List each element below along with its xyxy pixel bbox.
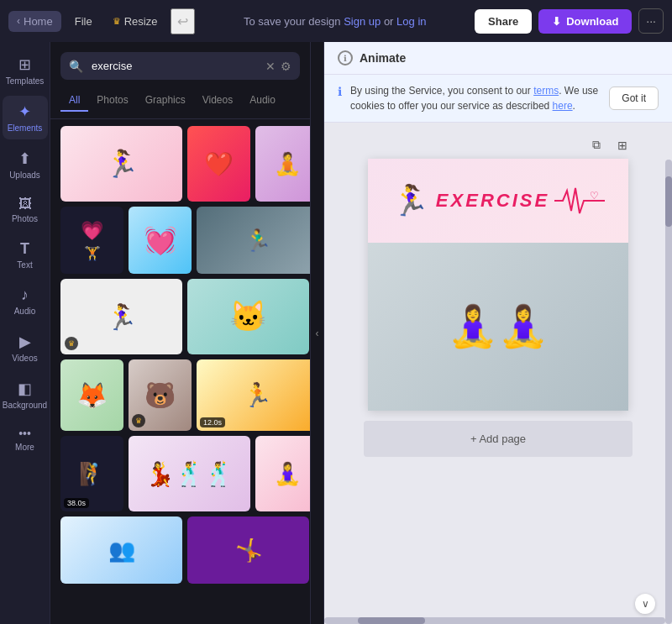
list-item[interactable]: 🏃‍♀️: [60, 126, 182, 202]
list-item[interactable]: 💃🕺🕺: [129, 436, 250, 511]
tab-graphics[interactable]: Graphics: [137, 90, 194, 112]
panel-collapse-button[interactable]: ‹: [311, 42, 324, 624]
more-options-button[interactable]: ···: [638, 8, 664, 34]
list-item[interactable]: 💗 🏋️: [60, 207, 123, 274]
grid-row: 🏃‍♀️ ♛ 🐱: [60, 279, 300, 354]
svg-text:♡: ♡: [590, 190, 599, 202]
duration-badge: 12.0s: [200, 417, 225, 427]
sidebar-item-videos[interactable]: ▶ Videos: [3, 326, 48, 370]
canvas-toolbar: ⧉ ⊞: [364, 131, 633, 159]
tab-audio[interactable]: Audio: [241, 90, 284, 112]
list-item[interactable]: ❤️: [187, 126, 250, 202]
dance-figure-icon: 💃🕺🕺: [145, 460, 234, 488]
filter-icon[interactable]: ⚙: [281, 60, 291, 73]
sidebar-item-templates[interactable]: ⊞ Templates: [3, 49, 48, 92]
dumbbell-group: 💗 🏋️: [81, 220, 103, 261]
grid-row: 👥 🤸: [60, 517, 300, 584]
grid-row: 🧗 38.0s 💃🕺🕺 🧘‍♀️: [60, 436, 300, 511]
list-item[interactable]: 🏃‍♀️ ♛: [60, 279, 182, 354]
stretch-figure-icon: 🧘: [255, 126, 310, 202]
premium-badge: ♛: [65, 337, 78, 350]
duration-badge: 38.0s: [64, 498, 89, 508]
outdoor-photo: 🏃‍♂️: [197, 207, 310, 274]
more-icon: •••: [18, 427, 31, 440]
exercise-figure-icon: 🏃‍♀️: [60, 126, 182, 202]
undo-button[interactable]: ↩: [171, 8, 195, 34]
sidebar-item-photos[interactable]: 🖼 Photos: [3, 190, 48, 230]
scroll-down-button[interactable]: ∨: [635, 594, 655, 614]
filter-tabs: All Photos Graphics Videos Audio: [50, 90, 310, 119]
main-layout: ⊞ Templates ✦ Elements ⬆ Uploads 🖼 Photo…: [0, 42, 672, 624]
canvas-area: ℹ Animate ℹ By using the Service, you co…: [324, 42, 672, 624]
list-item[interactable]: 💓: [129, 207, 192, 274]
exercise-title-group: EXERCISE ♡: [436, 184, 605, 218]
canvas-scroll-area[interactable]: ⧉ ⊞ 🏃‍♀️ EXERCISE ♡: [324, 123, 672, 624]
horizontal-scrollbar[interactable]: [324, 617, 665, 624]
design-canvas[interactable]: 🏃‍♀️ EXERCISE ♡ 🧘‍♀️🧘‍: [368, 159, 628, 411]
login-link[interactable]: Log in: [396, 15, 426, 28]
got-it-button[interactable]: Got it: [609, 87, 659, 110]
sidebar-item-audio[interactable]: ♪ Audio: [3, 280, 48, 322]
list-item[interactable]: 🧘: [255, 126, 310, 202]
runner-figure-icon: 🏃‍♀️: [106, 302, 137, 332]
elements-panel: 🔍 ✕ ⚙ All Photos Graphics Videos Audio 🏃…: [50, 42, 311, 624]
copy-button[interactable]: ⧉: [587, 134, 606, 155]
resize-button[interactable]: ♛ Resize: [106, 11, 165, 32]
animate-icon: ℹ: [338, 50, 353, 66]
vertical-scrollbar[interactable]: [665, 160, 672, 624]
media-grid: 🏃‍♀️ ❤️ 🧘 💗 🏋️ 💓: [50, 119, 310, 624]
scrollbar-thumb[interactable]: [665, 176, 672, 227]
search-input[interactable]: [88, 52, 260, 80]
exercise-title[interactable]: EXERCISE: [436, 190, 549, 212]
tab-photos[interactable]: Photos: [88, 90, 136, 112]
terms-link[interactable]: terms: [533, 85, 559, 97]
download-button[interactable]: ⬇ Download: [538, 9, 632, 34]
list-item[interactable]: 🐱: [187, 279, 309, 354]
sidebar-item-uploads[interactable]: ⬆ Uploads: [3, 143, 48, 186]
file-button[interactable]: File: [68, 11, 99, 32]
sidebar-item-background[interactable]: ◧ Background: [3, 373, 48, 417]
sidebar-item-text[interactable]: T Text: [3, 233, 48, 276]
photos-icon: 🖼: [18, 197, 32, 212]
animate-label: Animate: [360, 51, 406, 65]
cat-figure-icon: 🐱: [229, 299, 267, 334]
list-item[interactable]: 🤸: [187, 517, 309, 584]
exercise-character-left: 🏃‍♀️: [391, 183, 429, 218]
templates-icon: ⊞: [18, 55, 31, 74]
heart-rate-svg: ♡: [554, 184, 605, 218]
share-button[interactable]: Share: [475, 9, 532, 34]
tab-all[interactable]: All: [60, 90, 88, 112]
signup-link[interactable]: Sign up: [344, 15, 381, 28]
list-item[interactable]: 🦊: [60, 359, 123, 431]
list-item[interactable]: 🧗 38.0s: [60, 436, 123, 511]
list-item[interactable]: 👥: [60, 517, 182, 584]
add-page-button[interactable]: + Add page: [364, 421, 633, 457]
scrollbar-thumb-h[interactable]: [358, 617, 425, 624]
home-button[interactable]: ‹ Home: [8, 11, 61, 32]
sidebar-item-elements[interactable]: ✦ Elements: [3, 96, 48, 139]
grid-row: 💗 🏋️ 💓 🏃‍♂️: [60, 207, 300, 274]
background-icon: ◧: [18, 380, 32, 398]
list-item[interactable]: 🏃‍♂️: [197, 207, 310, 274]
list-item[interactable]: 🐻 ♛: [129, 359, 192, 431]
sidebar: ⊞ Templates ✦ Elements ⬆ Uploads 🖼 Photo…: [0, 42, 50, 624]
download-icon: ⬇: [552, 15, 561, 28]
yoga-photo: 🧘‍♀️🧘‍♀️: [368, 243, 628, 411]
add-frame-button[interactable]: ⊞: [612, 134, 633, 155]
topbar: ‹ Home File ♛ Resize ↩ To save your desi…: [0, 0, 672, 42]
group-exercise-icon: 👥: [108, 537, 135, 564]
list-item[interactable]: 🏃 12.0s: [197, 359, 310, 431]
tab-videos[interactable]: Videos: [194, 90, 241, 112]
chevron-down-icon: ∨: [642, 598, 649, 610]
yoga-photo-placeholder: 🧘‍♀️🧘‍♀️: [368, 243, 628, 411]
grid-row: 🦊 🐻 ♛ 🏃 12.0s: [60, 359, 300, 431]
sidebar-item-more[interactable]: ••• More: [3, 420, 48, 459]
yoga-animal-icon: 🦊: [76, 380, 108, 410]
add-page-label: + Add page: [470, 433, 526, 445]
topbar-left: ‹ Home File ♛ Resize ↩: [8, 8, 195, 34]
canvas-container: ⧉ ⊞ 🏃‍♀️ EXERCISE ♡: [364, 131, 633, 457]
clear-search-icon[interactable]: ✕: [265, 60, 276, 73]
here-link[interactable]: here: [553, 100, 573, 112]
topbar-center: To save your design Sign up or Log in: [202, 15, 468, 28]
list-item[interactable]: 🧘‍♀️: [255, 436, 310, 511]
